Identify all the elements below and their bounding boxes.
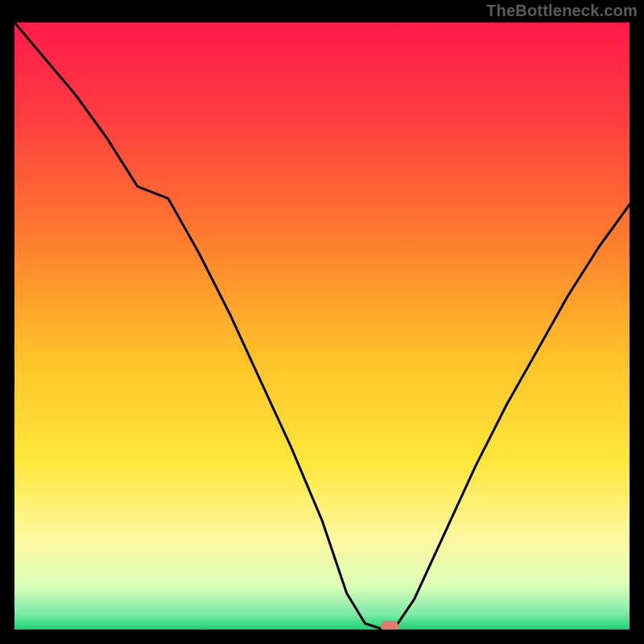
optimum-marker [381, 621, 398, 630]
chart-frame: TheBottleneck.com [0, 0, 644, 644]
gradient-background [14, 23, 630, 630]
plot-svg [14, 23, 630, 630]
attribution-text: TheBottleneck.com [486, 2, 638, 20]
plot-area [14, 23, 630, 630]
